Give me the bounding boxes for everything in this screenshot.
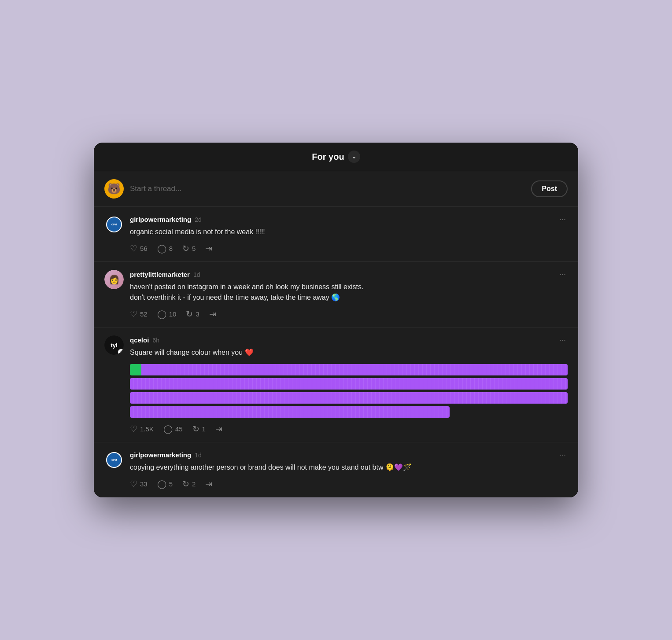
post-item: tyl + qceloi 6h ··· Square will change c… xyxy=(94,327,578,442)
post-author-row: girlpowermarketing 1d xyxy=(130,451,202,459)
post-header: girlpowermarketing 1d ··· xyxy=(130,450,568,460)
post-button[interactable]: Post xyxy=(531,180,568,197)
gpm-avatar-logo: GPM xyxy=(106,452,122,468)
post-time: 1d xyxy=(195,452,202,459)
post-actions: ♡ 1.5K ◯ 45 ↻ 1 ⇥ xyxy=(130,424,568,434)
feed-dropdown-button[interactable] xyxy=(348,151,360,163)
send-icon: ⇥ xyxy=(205,479,212,489)
send-icon: ⇥ xyxy=(209,309,216,319)
more-options-button[interactable]: ··· xyxy=(558,450,568,460)
repost-button[interactable]: ↻ 3 xyxy=(186,309,199,319)
comment-icon: ◯ xyxy=(157,243,166,254)
main-feed: 🐻 Start a thread... Post GPM girlpowerma… xyxy=(94,171,578,497)
post-body: girlpowermarketing 2d ··· organic social… xyxy=(130,215,568,254)
header: For you xyxy=(94,143,578,171)
gpm-avatar-logo: GPM xyxy=(106,217,122,232)
like-button[interactable]: ♡ 33 xyxy=(130,479,148,489)
post-header: qceloi 6h ··· xyxy=(130,335,568,345)
like-count: 33 xyxy=(140,480,148,488)
comment-icon: ◯ xyxy=(157,309,166,319)
repost-button[interactable]: ↻ 2 xyxy=(182,479,196,489)
repost-icon: ↻ xyxy=(182,479,189,489)
post-body: girlpowermarketing 1d ··· copying everyt… xyxy=(130,450,568,489)
repost-count: 1 xyxy=(202,425,206,433)
bar-row-1 xyxy=(130,364,568,375)
repost-icon: ↻ xyxy=(182,243,189,254)
post-author: qceloi xyxy=(130,336,149,344)
post-text: haven't posted on instagram in a week an… xyxy=(130,282,568,303)
post-time: 6h xyxy=(152,337,159,344)
color-bars-visualization xyxy=(130,364,568,418)
more-options-button[interactable]: ··· xyxy=(558,335,568,345)
post-avatar: GPM xyxy=(104,215,124,234)
heart-icon: ♡ xyxy=(130,309,137,319)
post-time: 1d xyxy=(193,271,200,278)
repost-count: 5 xyxy=(192,245,196,252)
like-button[interactable]: ♡ 56 xyxy=(130,243,148,254)
post-author-row: prettylittlemarketer 1d xyxy=(130,271,200,278)
repost-count: 3 xyxy=(196,310,199,318)
heart-icon: ♡ xyxy=(130,479,137,489)
comment-icon: ◯ xyxy=(157,479,166,489)
post-actions: ♡ 33 ◯ 5 ↻ 2 ⇥ xyxy=(130,479,568,489)
app-container: For you 🐻 Start a thread... Post GPM xyxy=(94,143,578,497)
tyl-avatar-text: tyl xyxy=(111,342,117,349)
comment-count: 10 xyxy=(169,310,177,318)
send-icon: ⇥ xyxy=(205,243,212,254)
post-item: GPM girlpowermarketing 1d ··· copying ev… xyxy=(94,442,578,497)
feed-title: For you xyxy=(312,152,344,162)
more-options-button[interactable]: ··· xyxy=(558,215,568,224)
post-item: 👩 prettylittlemarketer 1d ··· haven't po… xyxy=(94,262,578,327)
comment-icon: ◯ xyxy=(163,424,173,434)
post-text: copying everything another person or bra… xyxy=(130,462,568,473)
green-segment xyxy=(130,364,141,375)
post-header: prettylittlemarketer 1d ··· xyxy=(130,270,568,279)
comment-button[interactable]: ◯ 5 xyxy=(157,479,173,489)
like-count: 52 xyxy=(140,310,148,318)
share-button[interactable]: ⇥ xyxy=(215,424,222,434)
post-avatar: GPM xyxy=(104,450,124,470)
post-body: qceloi 6h ··· Square will change colour … xyxy=(130,335,568,434)
post-author: prettylittlemarketer xyxy=(130,271,190,278)
comment-count: 45 xyxy=(175,425,183,433)
gpm-logo-inner: GPM xyxy=(107,453,121,467)
post-text: Square will change colour when you ❤️ xyxy=(130,347,568,358)
repost-icon: ↻ xyxy=(192,424,199,434)
gpm-text: GPM xyxy=(111,459,117,461)
comment-button[interactable]: ◯ 8 xyxy=(157,243,173,254)
repost-button[interactable]: ↻ 5 xyxy=(182,243,196,254)
user-avatar: 🐻 xyxy=(104,179,124,199)
post-author: girlpowermarketing xyxy=(130,451,191,459)
comment-button[interactable]: ◯ 10 xyxy=(157,309,177,319)
like-button[interactable]: ♡ 1.5K xyxy=(130,424,154,434)
repost-icon: ↻ xyxy=(186,309,193,319)
compose-area: 🐻 Start a thread... Post xyxy=(94,171,578,207)
post-body: prettylittlemarketer 1d ··· haven't post… xyxy=(130,270,568,319)
post-avatar: tyl + xyxy=(104,335,124,355)
send-icon: ⇥ xyxy=(215,424,222,434)
like-count: 56 xyxy=(140,245,148,252)
bar-row-4 xyxy=(130,406,450,418)
plm-avatar-icon: 👩 xyxy=(109,274,120,285)
like-button[interactable]: ♡ 52 xyxy=(130,309,148,319)
post-avatar: 👩 xyxy=(104,270,124,289)
comment-count: 8 xyxy=(169,245,173,252)
gpm-text: GPM xyxy=(111,223,117,226)
share-button[interactable]: ⇥ xyxy=(205,243,212,254)
repost-count: 2 xyxy=(192,480,196,488)
compose-input[interactable]: Start a thread... xyxy=(130,184,525,193)
post-author-row: girlpowermarketing 2d xyxy=(130,216,202,223)
more-options-button[interactable]: ··· xyxy=(558,270,568,279)
post-author: girlpowermarketing xyxy=(130,216,191,223)
comment-button[interactable]: ◯ 45 xyxy=(163,424,183,434)
header-title-group: For you xyxy=(312,151,360,163)
plus-badge: + xyxy=(118,349,124,355)
repost-button[interactable]: ↻ 1 xyxy=(192,424,206,434)
bar-row-3 xyxy=(130,392,568,404)
share-button[interactable]: ⇥ xyxy=(205,479,212,489)
post-header: girlpowermarketing 2d ··· xyxy=(130,215,568,224)
plm-avatar: 👩 xyxy=(104,270,124,289)
like-count: 1.5K xyxy=(140,425,154,433)
post-item: GPM girlpowermarketing 2d ··· organic so… xyxy=(94,207,578,262)
share-button[interactable]: ⇥ xyxy=(209,309,216,319)
